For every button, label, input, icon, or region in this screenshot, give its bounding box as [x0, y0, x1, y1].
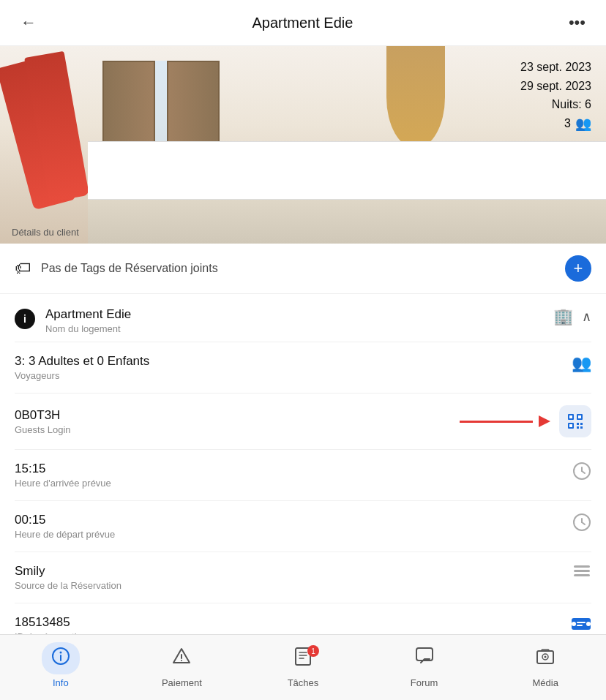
media-nav-icon-wrap	[526, 642, 564, 674]
property-name-left: i Apartment Edie Nom du logement	[15, 307, 131, 334]
qr-code-button[interactable]	[559, 405, 591, 437]
hero-image: 23 sept. 2023 29 sept. 2023 Nuits: 6 3 👥…	[0, 46, 606, 244]
voyageurs-icon: 👥	[572, 354, 591, 373]
svg-rect-23	[577, 625, 583, 626]
tags-left: 🏷 Pas de Tags de Réservation joints	[15, 259, 218, 278]
info-nav-icon-wrap	[42, 642, 80, 674]
svg-point-36	[545, 656, 547, 658]
nav-item-forum[interactable]: Forum	[395, 642, 454, 688]
source-value: Smily	[15, 564, 121, 579]
info-nav-label: Info	[53, 677, 69, 688]
svg-point-28	[181, 660, 182, 661]
nav-item-paiement[interactable]: Paiement	[152, 642, 211, 688]
date-end: 29 sept. 2023	[520, 77, 591, 96]
date-start: 23 sept. 2023	[520, 58, 591, 77]
guests-count: 3	[564, 117, 571, 130]
nav-item-taches[interactable]: 1 Tâches	[274, 642, 332, 688]
source-icon	[572, 564, 591, 579]
arrival-time-value: 15:15	[15, 462, 111, 476]
info-circle-icon: i	[15, 309, 35, 329]
voyageurs-left: 3: 3 Adultes et 0 Enfants Voyageurs	[15, 354, 149, 381]
info-nav-icon	[51, 647, 70, 670]
source-left: Smily Source de la Réservation	[15, 564, 121, 591]
property-name-label: Nom du logement	[45, 323, 131, 334]
departure-time-left: 00:15 Heure de départ prévue	[15, 513, 115, 540]
property-name-row: i Apartment Edie Nom du logement 🏢 ∧	[15, 294, 591, 342]
svg-rect-7	[580, 423, 583, 425]
header: ← Apartment Edie •••	[0, 0, 606, 46]
bottom-navigation: Info Paiement	[0, 634, 606, 700]
back-button[interactable]: ←	[15, 10, 42, 35]
departure-time-value: 00:15	[15, 513, 115, 527]
red-arrow	[71, 415, 559, 427]
svg-rect-22	[577, 622, 586, 623]
ticket-icon	[571, 615, 591, 633]
media-nav-label: Média	[532, 677, 558, 688]
svg-rect-17	[574, 570, 590, 572]
voyageurs-label: Voyageurs	[15, 370, 149, 381]
booking-dates-overlay: 23 sept. 2023 29 sept. 2023 Nuits: 6 3 👥	[520, 58, 591, 132]
tags-row: 🏷 Pas de Tags de Réservation joints +	[0, 244, 606, 294]
svg-rect-18	[574, 574, 590, 576]
property-name-right: 🏢 ∧	[553, 307, 591, 326]
svg-rect-9	[580, 426, 583, 429]
svg-point-21	[586, 622, 591, 626]
svg-rect-5	[569, 424, 572, 427]
arrow-line	[460, 421, 533, 423]
nav-item-info[interactable]: Info	[31, 642, 90, 688]
taches-nav-icon-wrap: 1	[284, 642, 322, 674]
source-row: Smily Source de la Réservation	[15, 552, 591, 603]
cabinet-decoration	[88, 141, 606, 200]
svg-rect-3	[578, 415, 581, 418]
taches-badge: 1	[307, 645, 319, 657]
voyageurs-row: 3: 3 Adultes et 0 Enfants Voyageurs 👥	[15, 342, 591, 394]
arrow-head	[539, 415, 550, 427]
forum-nav-icon-wrap	[405, 642, 444, 674]
arrival-time-row: 15:15 Heure d'arrivée prévue	[15, 450, 591, 501]
departure-time-row: 00:15 Heure de départ prévue	[15, 501, 591, 552]
taches-nav-label: Tâches	[288, 677, 319, 688]
paiement-nav-label: Paiement	[162, 677, 202, 688]
guests-login-row: 0B0T3H Guests Login	[15, 394, 591, 450]
lamp-decoration	[386, 46, 445, 148]
client-details-label: Détails du client	[12, 227, 79, 238]
arrival-time-label: Heure d'arrivée prévue	[15, 478, 111, 489]
forum-nav-label: Forum	[411, 677, 438, 688]
svg-rect-16	[574, 565, 590, 568]
departure-time-label: Heure de départ prévue	[15, 529, 115, 540]
nights-label: Nuits: 6	[520, 95, 591, 114]
svg-point-25	[59, 652, 61, 654]
add-tag-button[interactable]: +	[565, 255, 591, 282]
guests-icon: 👥	[575, 116, 591, 132]
property-name-content: Apartment Edie Nom du logement	[45, 307, 131, 334]
forum-nav-icon	[415, 647, 434, 670]
tags-text: Pas de Tags de Réservation joints	[41, 262, 218, 275]
info-section: i Apartment Edie Nom du logement 🏢 ∧ 3: …	[0, 294, 606, 655]
more-button[interactable]: •••	[563, 10, 591, 35]
media-nav-icon	[536, 647, 555, 670]
arrival-clock-icon	[572, 462, 591, 481]
guests-count-row: 3 👥	[520, 116, 591, 132]
nav-item-media[interactable]: Média	[516, 642, 575, 688]
building-icon: 🏢	[553, 307, 573, 326]
collapse-button[interactable]: ∧	[582, 309, 591, 325]
svg-rect-1	[569, 415, 572, 418]
source-label: Source de la Réservation	[15, 580, 121, 591]
svg-line-15	[582, 522, 585, 524]
property-name-value: Apartment Edie	[45, 307, 131, 322]
svg-line-12	[582, 471, 585, 473]
svg-rect-6	[577, 423, 579, 425]
tag-icon: 🏷	[15, 259, 31, 278]
guests-login-left: 0B0T3H Guests Login	[15, 408, 71, 435]
departure-clock-icon	[572, 513, 591, 532]
paiement-nav-icon-wrap	[162, 642, 201, 674]
reservation-id-value: 18513485	[15, 615, 87, 630]
svg-point-20	[572, 622, 576, 626]
svg-rect-8	[577, 426, 579, 429]
guests-login-label: Guests Login	[15, 424, 71, 435]
voyageurs-value: 3: 3 Adultes et 0 Enfants	[15, 354, 149, 369]
arrival-time-left: 15:15 Heure d'arrivée prévue	[15, 462, 111, 489]
page-title: Apartment Edie	[252, 15, 354, 31]
paiement-nav-icon	[172, 647, 191, 670]
guests-login-value: 0B0T3H	[15, 408, 71, 423]
